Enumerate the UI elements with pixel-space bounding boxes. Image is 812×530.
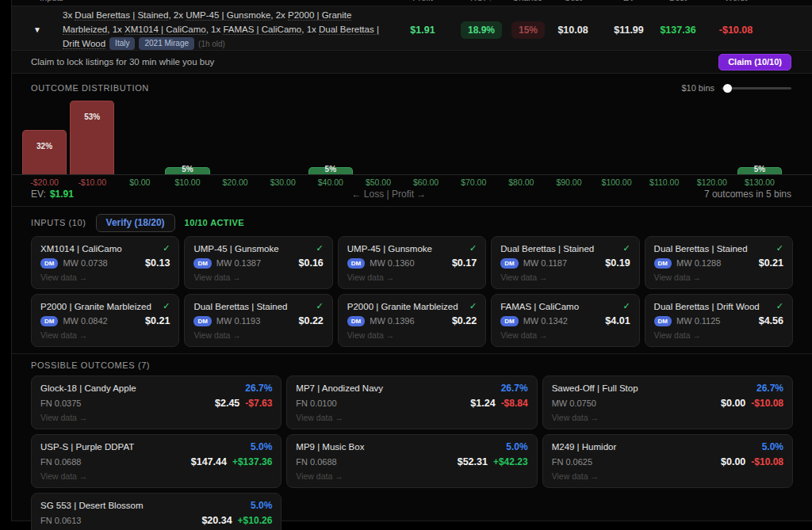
inputs-grid: XM1014 | CaliCamo ✓ DM MW 0.0738 $0.13 V… (31, 236, 793, 347)
ev-label: EV: (31, 189, 46, 200)
view-data-link[interactable]: View data → (347, 330, 394, 340)
distribution-title: OUTCOME DISTRIBUTION (31, 83, 149, 93)
histogram-chart: 32%53%5%5%5% (12, 98, 812, 175)
col-ev[interactable]: EV (603, 0, 655, 2)
input-price: $4.56 (759, 315, 783, 326)
outcome-distribution-section: OUTCOME DISTRIBUTION $10 bins 32%53%5%5%… (12, 74, 812, 207)
outcome-chance: 5.0% (506, 441, 527, 452)
view-data-link[interactable]: View data → (40, 413, 87, 422)
outcome-wear-value: FN 0.0625 (552, 457, 592, 467)
outcome-skin-card[interactable]: Glock-18 | Candy Apple 26.7% FN 0.0375 $… (31, 376, 282, 429)
verified-check-icon: ✓ (316, 243, 324, 254)
x-tick-label: $90.00 (556, 177, 581, 187)
view-data-link[interactable]: View data → (40, 273, 87, 282)
col-roi[interactable]: ROI ↑ (451, 0, 511, 2)
outcome-profit-delta: +$10.26 (238, 515, 273, 526)
claim-bar: Claim to lock listings for 30 min while … (12, 51, 812, 74)
input-skin-card[interactable]: Dual Berettas | Stained ✓ DM MW 0.1288 $… (645, 236, 793, 289)
col-cost[interactable]: Cost (543, 0, 603, 2)
input-skin-card[interactable]: Dual Berettas | Drift Wood ✓ DM MW 0.112… (645, 294, 793, 347)
x-tick-label: $100.00 (602, 177, 632, 187)
view-data-link[interactable]: View data → (193, 330, 240, 340)
x-tick-label: $50.00 (366, 177, 391, 187)
view-data-link[interactable]: View data → (40, 330, 87, 340)
outcome-skin-card[interactable]: USP-S | Purple DDPAT 5.0% FN 0.0688 $147… (31, 434, 282, 488)
view-data-link[interactable]: View data → (40, 471, 87, 481)
view-data-link[interactable]: View data → (552, 413, 599, 422)
histogram-bar[interactable]: 5% (737, 167, 782, 174)
input-price: $0.21 (145, 315, 170, 326)
outcome-price: $0.00 (721, 456, 745, 467)
verify-button[interactable]: Verify (18/20) (96, 214, 175, 232)
view-data-link[interactable]: View data → (500, 330, 547, 340)
collection-badge: Italy (109, 37, 135, 50)
outcome-chance: 26.7% (756, 383, 783, 394)
outcome-skin-name: MP9 | Music Box (296, 442, 364, 452)
input-skin-name: Dual Berettas | Drift Wood (654, 302, 760, 311)
input-skin-card[interactable]: P2000 | Granite Marbleized ✓ DM MW 0.084… (31, 294, 179, 347)
expand-listing-icon[interactable]: ▼ (12, 25, 63, 34)
input-skin-name: Dual Berettas | Stained (193, 302, 287, 311)
input-price: $0.22 (299, 315, 324, 326)
input-skin-card[interactable]: Dual Berettas | Stained ✓ DM MW 0.1193 $… (184, 294, 332, 347)
input-skin-name: FAMAS | CaliCamo (500, 302, 579, 311)
histogram-bar[interactable]: 5% (165, 167, 209, 174)
claim-button[interactable]: Claim (10/10) (718, 54, 791, 71)
bins-summary: 7 outcomes in 5 bins (704, 189, 791, 200)
market-dm-badge: DM (193, 258, 211, 269)
outcome-skin-name: MP7 | Anodized Navy (296, 383, 383, 393)
outcome-skin-name: Sawed-Off | Full Stop (552, 383, 638, 393)
input-skin-card[interactable]: P2000 | Granite Marbleized ✓ DM MW 0.139… (338, 294, 486, 347)
histogram-bar[interactable]: 32% (22, 130, 67, 174)
verified-check-icon: ✓ (316, 301, 324, 311)
x-axis-row: -$20.00-$10.00$0.00$10.00$20.00$30.00$40… (12, 175, 812, 187)
bins-slider-track[interactable] (722, 87, 791, 90)
claim-message: Claim to lock listings for 30 min while … (31, 57, 214, 67)
view-data-link[interactable]: View data → (654, 330, 701, 340)
col-profit[interactable]: Profit (394, 0, 451, 2)
outcome-wear-value: FN 0.0613 (40, 516, 81, 525)
outcomes-section: POSSIBLE OUTCOMES (7) Glock-18 | Candy A… (12, 354, 812, 530)
ev-footer-value: $1.91 (50, 189, 74, 200)
view-data-link[interactable]: View data → (654, 273, 701, 282)
tradeup-listing-row[interactable]: ▼ 3x Dual Berettas | Stained, 2x UMP-45 … (12, 6, 812, 51)
roi-badge: 18.9% (451, 21, 511, 39)
histogram-bar[interactable]: 5% (308, 167, 353, 174)
col-worst[interactable]: Worst (701, 0, 771, 2)
input-skin-card[interactable]: UMP-45 | Gunsmoke ✓ DM MW 0.1387 $0.16 V… (184, 236, 332, 289)
col-chance[interactable]: Chance (511, 0, 543, 2)
outcome-skin-card[interactable]: M249 | Humidor 5.0% FN 0.0625 $0.00 -$10… (542, 434, 793, 488)
listing-item-qty: , 1x (107, 25, 124, 34)
input-skin-card[interactable]: XM1014 | CaliCamo ✓ DM MW 0.0738 $0.13 V… (31, 236, 179, 289)
market-dm-badge: DM (193, 316, 211, 326)
listing-description: 3x Dual Berettas | Stained, 2x UMP-45 | … (63, 6, 394, 53)
view-data-link[interactable]: View data → (193, 273, 240, 282)
view-data-link[interactable]: View data → (347, 273, 394, 282)
listing-item-qty: , 2x (168, 10, 186, 20)
view-data-link[interactable]: View data → (552, 471, 599, 481)
input-wear-value: MW 0.1193 (216, 316, 260, 326)
best-value: $137.36 (655, 25, 701, 36)
x-tick-label: $0.00 (129, 177, 150, 187)
outcome-skin-name: Glock-18 | Candy Apple (40, 383, 136, 393)
input-skin-card[interactable]: FAMAS | CaliCamo ✓ DM MW 0.1342 $4.01 Vi… (491, 294, 639, 347)
col-best[interactable]: Best (655, 0, 701, 2)
outcome-skin-card[interactable]: MP9 | Music Box 5.0% FN 0.0688 $52.31 +$… (286, 434, 537, 488)
outcome-skin-card[interactable]: Sawed-Off | Full Stop 26.7% MW 0.0750 $0… (542, 376, 793, 429)
input-skin-name: UMP-45 | Gunsmoke (347, 244, 432, 254)
outcome-skin-card[interactable]: MP7 | Anodized Navy 26.7% FN 0.0100 $1.2… (286, 376, 537, 429)
view-data-link[interactable]: View data → (296, 413, 343, 422)
bins-slider-knob[interactable] (723, 84, 732, 93)
outcome-skin-name: SG 553 | Desert Blossom (40, 501, 144, 510)
outcome-skin-card[interactable]: SG 553 | Desert Blossom 5.0% FN 0.0613 $… (31, 493, 282, 530)
col-inputs: Inputs (12, 0, 394, 2)
view-data-link[interactable]: View data → (500, 273, 547, 282)
input-skin-card[interactable]: Dual Berettas | Stained ✓ DM MW 0.1187 $… (491, 236, 639, 289)
input-skin-name: Dual Berettas | Stained (500, 244, 594, 254)
histogram-bar[interactable]: 53% (70, 101, 114, 174)
input-skin-card[interactable]: UMP-45 | Gunsmoke ✓ DM MW 0.1360 $0.17 V… (338, 236, 486, 289)
view-data-link[interactable]: View data → (296, 471, 343, 481)
profit-value: $1.91 (394, 25, 451, 36)
verified-check-icon: ✓ (622, 243, 630, 254)
market-dm-badge: DM (347, 258, 365, 269)
